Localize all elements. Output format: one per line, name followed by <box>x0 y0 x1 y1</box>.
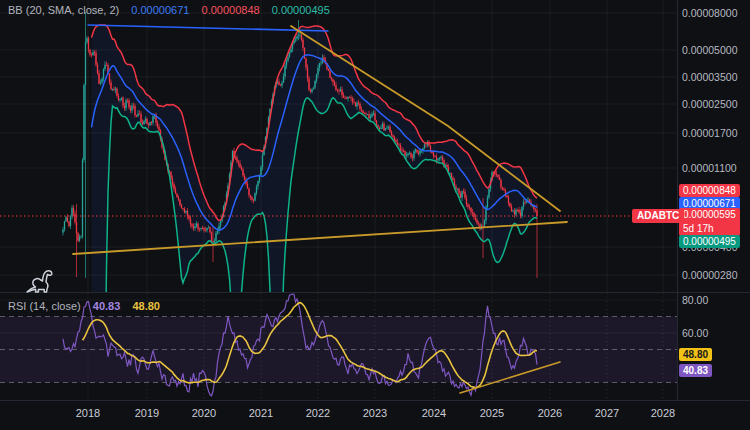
pane-separator[interactable] <box>0 292 750 293</box>
dinosaur-sticker-icon[interactable] <box>24 268 56 296</box>
price-axis[interactable]: 0.000080000.000050000.000035000.00002500… <box>677 0 750 400</box>
axis-price-label: 0.00001100 <box>682 162 737 174</box>
axis-price-label: 0.00003500 <box>682 71 737 83</box>
axis-year-label: 2021 <box>239 407 283 419</box>
axis-price-label: 0.00001700 <box>682 127 737 139</box>
axis-year-label: 2026 <box>528 407 572 419</box>
axis-year-label: 2025 <box>470 407 514 419</box>
axis-price-label: 0.00005000 <box>682 44 737 56</box>
axis-price-label: 0.00002500 <box>682 98 737 110</box>
axis-year-label: 2023 <box>353 407 397 419</box>
bb-lower-badge: 0.00000495 <box>679 235 740 248</box>
bar-countdown: 5d 17h <box>683 222 736 236</box>
rsi-value: 40.83 <box>93 300 121 312</box>
bb-basis-value: 0.00000671 <box>131 4 189 16</box>
axis-price-label: 80.00 <box>682 294 708 306</box>
axis-price-label: 0.00000280 <box>682 269 737 281</box>
bb-upper-badge: 0.00000848 <box>679 184 740 197</box>
rsi-ma-badge: 48.80 <box>679 348 712 361</box>
rsi-indicator-legend[interactable]: RSI (14, close) 40.83 48.80 <box>8 300 169 312</box>
bb-upper-value: 0.00000848 <box>202 4 260 16</box>
bb-legend-title: BB (20, SMA, close, 2) <box>8 4 119 16</box>
bb-indicator-legend[interactable]: BB (20, SMA, close, 2) 0.00000671 0.0000… <box>8 4 339 16</box>
last-price-badge: 0.00000595 5d 17h <box>679 208 740 236</box>
symbol-price-label: ADABTC <box>632 209 684 223</box>
rsi-ma-value: 48.80 <box>132 300 160 312</box>
axis-price-label: 0.00008000 <box>682 7 737 19</box>
tradingview-chart-window: BB (20, SMA, close, 2) 0.00000671 0.0000… <box>0 0 750 430</box>
axis-year-label: 2022 <box>296 407 340 419</box>
axis-year-label: 2020 <box>182 407 226 419</box>
axis-price-label: 60.00 <box>682 327 708 339</box>
axis-year-label: 2027 <box>585 407 629 419</box>
axis-year-label: 2024 <box>412 407 456 419</box>
time-axis[interactable]: 2018201920202021202220232024202520262027… <box>0 400 750 430</box>
axis-year-label: 2018 <box>66 407 110 419</box>
axis-year-label: 2028 <box>641 407 685 419</box>
last-price-value: 0.00000595 <box>683 208 736 222</box>
rsi-legend-title: RSI (14, close) <box>8 300 81 312</box>
bb-lower-value: 0.00000495 <box>272 4 330 16</box>
axis-year-label: 2019 <box>125 407 169 419</box>
rsi-badge: 40.83 <box>679 364 712 377</box>
